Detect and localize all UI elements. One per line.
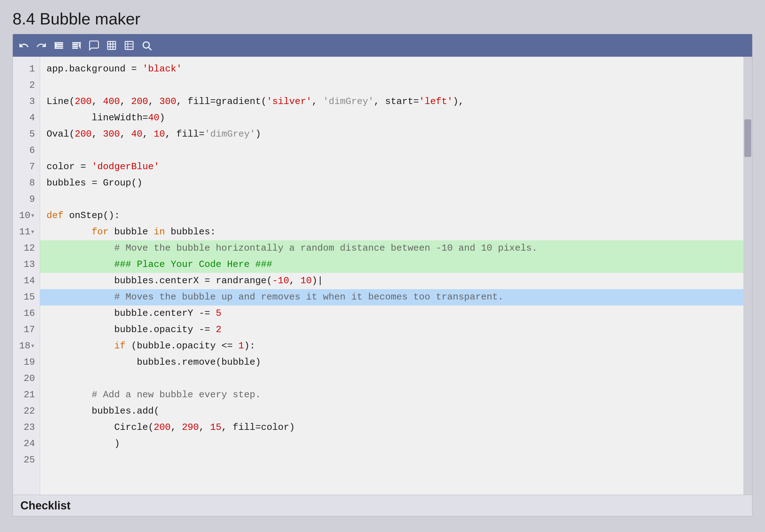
code-line-3: Line(200, 400, 200, 300, fill=gradient('… xyxy=(46,94,737,110)
line-num-6: 6 xyxy=(19,143,35,159)
code-line-14: bubbles.centerX = randrange(-10, 10)| xyxy=(46,273,737,289)
svg-rect-0 xyxy=(108,41,116,50)
code-line-10: def onStep(): xyxy=(46,208,737,224)
code-line-17: bubble.opacity -= 2 xyxy=(46,322,737,338)
line-num-19: 19 xyxy=(19,354,35,371)
line-num-22: 22 xyxy=(19,403,35,419)
line-num-3: 3 xyxy=(19,94,35,110)
line-num-4: 4 xyxy=(19,110,35,126)
search-icon[interactable] xyxy=(141,40,152,51)
code-line-7: color = 'dodgerBlue' xyxy=(46,159,737,175)
code-line-12: # Move the bubble horizontally a random … xyxy=(40,240,743,257)
undo-icon[interactable] xyxy=(18,40,29,51)
line-num-14: 14 xyxy=(19,273,35,289)
line-num-11: 11 ▾ xyxy=(19,224,35,240)
redo-icon[interactable] xyxy=(36,40,47,51)
line-num-24: 24 xyxy=(19,436,35,452)
line-num-13: 13 xyxy=(19,257,35,273)
toolbar xyxy=(13,34,752,57)
scrollbar-area[interactable] xyxy=(743,57,752,495)
bottom-bar: Checklist xyxy=(13,495,752,516)
code-content[interactable]: app.background = 'black' Line(200, 400, … xyxy=(40,57,743,495)
page-title: 8.4 Bubble maker xyxy=(13,9,752,28)
line-num-23: 23 xyxy=(19,419,35,436)
table-icon[interactable] xyxy=(106,40,117,51)
line-num-15: 15 xyxy=(19,289,35,305)
code-line-20 xyxy=(46,371,737,387)
svg-rect-5 xyxy=(125,41,133,50)
line-num-25: 25 xyxy=(19,452,35,468)
code-line-15: # Moves the bubble up and removes it whe… xyxy=(40,289,743,305)
svg-line-10 xyxy=(149,47,151,50)
scrollbar-thumb[interactable] xyxy=(744,119,751,157)
checklist-label[interactable]: Checklist xyxy=(20,499,71,512)
page-container: 8.4 Bubble maker xyxy=(0,0,765,532)
line-num-7: 7 xyxy=(19,159,35,175)
line-num-9: 9 xyxy=(19,192,35,208)
line-num-18: 18 ▾ xyxy=(19,338,35,354)
code-line-25 xyxy=(46,452,737,468)
code-line-24: ) xyxy=(46,436,737,452)
code-line-22: bubbles.add( xyxy=(46,403,737,419)
code-line-18: if (bubble.opacity <= 1): xyxy=(46,338,737,354)
line-num-5: 5 xyxy=(19,126,35,143)
code-line-2 xyxy=(46,77,737,94)
line-num-10: 10 ▾ xyxy=(19,208,35,224)
line-num-1: 1 xyxy=(19,61,35,77)
line-num-8: 8 xyxy=(19,175,35,192)
code-line-19: bubbles.remove(bubble) xyxy=(46,354,737,371)
indent-right-icon[interactable] xyxy=(71,40,82,51)
code-line-21: # Add a new bubble every step. xyxy=(46,387,737,403)
code-area: 1 2 3 4 5 6 7 8 9 10 ▾ 11 ▾ 12 13 14 15 … xyxy=(13,57,752,495)
indent-left-icon[interactable] xyxy=(54,40,64,51)
line-num-21: 21 xyxy=(19,387,35,403)
code-line-5: Oval(200, 300, 40, 10, fill='dimGrey') xyxy=(46,126,737,143)
line-num-20: 20 xyxy=(19,371,35,387)
line-num-12: 12 xyxy=(19,240,35,257)
comment-icon[interactable] xyxy=(89,40,99,51)
line-num-2: 2 xyxy=(19,77,35,94)
line-numbers: 1 2 3 4 5 6 7 8 9 10 ▾ 11 ▾ 12 13 14 15 … xyxy=(13,57,40,495)
list-icon[interactable] xyxy=(124,40,135,51)
line-num-17: 17 xyxy=(19,322,35,338)
line-num-16: 16 xyxy=(19,305,35,322)
code-line-13: ### Place Your Code Here ### xyxy=(40,257,743,273)
code-line-4: lineWidth=40) xyxy=(46,110,737,126)
code-line-9 xyxy=(46,192,737,208)
code-line-1: app.background = 'black' xyxy=(46,61,737,77)
code-line-6 xyxy=(46,143,737,159)
editor-wrapper: 1 2 3 4 5 6 7 8 9 10 ▾ 11 ▾ 12 13 14 15 … xyxy=(13,34,752,516)
code-line-16: bubble.centerY -= 5 xyxy=(46,305,737,322)
code-line-8: bubbles = Group() xyxy=(46,175,737,192)
code-line-23: Circle(200, 290, 15, fill=color) xyxy=(46,419,737,436)
code-line-11: for bubble in bubbles: xyxy=(46,224,737,240)
